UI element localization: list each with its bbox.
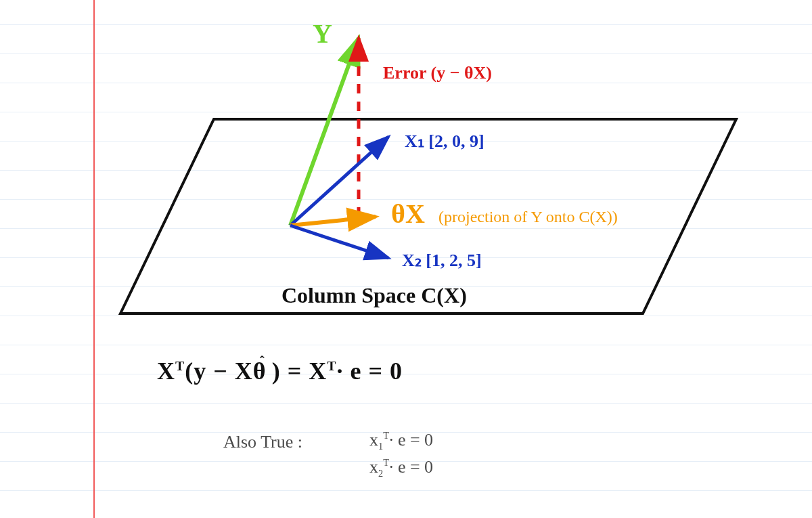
label-theta-x: θX <box>391 200 425 228</box>
rule-line <box>0 345 812 345</box>
vector-x1 <box>290 137 388 225</box>
rule-line <box>0 112 812 112</box>
label-error: Error (y − θX) <box>383 64 492 82</box>
label-theta-x-note: (projection of Y onto C(X)) <box>438 209 618 225</box>
rule-line <box>0 490 812 491</box>
rule-line <box>0 83 812 83</box>
rule-line <box>0 374 812 374</box>
label-plane: Column Space C(X) <box>281 284 467 306</box>
rule-line <box>0 24 812 25</box>
rule-line <box>0 316 812 316</box>
label-x2: X₂ [1, 2, 5] <box>402 252 482 269</box>
vector-y <box>290 38 359 225</box>
label-also-true: Also True : <box>223 433 302 451</box>
rule-line <box>0 53 812 54</box>
label-x1: X₁ [2, 0, 9] <box>405 133 484 150</box>
margin-line <box>93 0 95 518</box>
vector-x2 <box>290 225 388 258</box>
vector-theta-x <box>290 217 376 225</box>
rule-line <box>0 403 812 404</box>
notepaper-page: Y Error (y − θX) X₁ [2, 0, 9] θX (projec… <box>0 0 812 518</box>
equation-x1: x1T· e = 0 <box>369 431 433 451</box>
label-y: Y <box>313 20 332 47</box>
rule-line <box>0 170 812 171</box>
equation-main: XT(y − Xθˆ) = XT· e = 0 <box>157 359 403 383</box>
equation-x2: x2T· e = 0 <box>369 458 433 478</box>
